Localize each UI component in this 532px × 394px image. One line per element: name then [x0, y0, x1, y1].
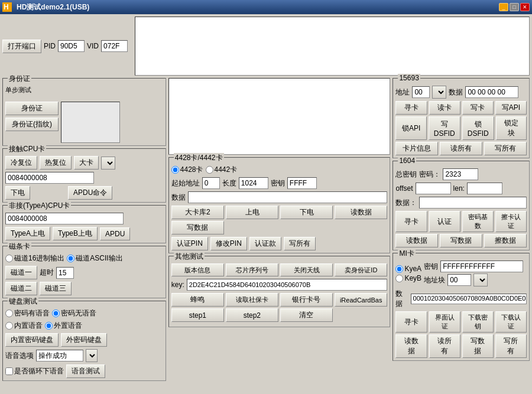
addr-select[interactable] [432, 86, 446, 99]
cipher-input[interactable] [287, 177, 317, 189]
cipher-no-tone-radio[interactable] [52, 310, 60, 317]
1604-write-button[interactable]: 写数据 [440, 234, 482, 248]
verify-pin-button[interactable]: 认证PIN [171, 237, 208, 250]
lang-success-input[interactable] [36, 350, 83, 362]
cipher-no-tone-label[interactable]: 密码无语音 [52, 308, 96, 318]
addr-input[interactable] [412, 86, 430, 98]
track3-button[interactable]: 磁道三 [40, 282, 72, 295]
power-on-button[interactable]: 下电 [5, 186, 30, 200]
external-tone-label[interactable]: 外置语音 [45, 321, 82, 331]
key-b-label[interactable]: KeyB [395, 274, 421, 282]
lock-block-button[interactable]: 锁定块 [496, 116, 527, 140]
mi-auth-button[interactable]: 界面认证 [429, 311, 460, 333]
step1-button[interactable]: step1 [171, 308, 224, 322]
big-card-button[interactable]: 大卡 [74, 156, 99, 170]
minimize-button[interactable]: _ [499, 3, 508, 11]
builtin-tone-radio[interactable] [5, 322, 13, 330]
center-log-display[interactable] [168, 78, 391, 155]
typea-addr-input[interactable] [5, 213, 124, 224]
lock-dsfid-button[interactable]: 锁DSFID [462, 116, 494, 140]
card4442-radio[interactable] [206, 166, 213, 174]
write-dsfid-button[interactable]: 写DSFID [429, 116, 460, 140]
apdu-button[interactable]: APDU [100, 227, 130, 240]
hex-out-radio[interactable] [5, 255, 13, 262]
close-button[interactable]: ✕ [520, 3, 530, 11]
card4442-label[interactable]: 4442卡 [206, 165, 238, 175]
external-cipher-button[interactable]: 外密码键盘 [61, 333, 107, 347]
data-input[interactable] [465, 86, 518, 98]
load-card2-button[interactable]: 大卡库2 [171, 206, 224, 219]
mi-block-select[interactable] [473, 273, 488, 286]
vid-input[interactable] [101, 40, 128, 52]
track2-button[interactable]: 磁道二 [5, 282, 37, 295]
modify-pin-button[interactable]: 修改PIN [210, 237, 247, 250]
hex-out-label[interactable]: 磁道16进制输出 [5, 253, 64, 263]
read-all-button[interactable]: 读所有 [440, 142, 482, 155]
id-card-button[interactable]: 身份证 [5, 102, 59, 115]
builtin-cipher-button[interactable]: 内置密码键盘 [5, 333, 59, 347]
mi-write-all-button[interactable]: 写所有 [495, 334, 527, 358]
maximize-button[interactable]: □ [510, 3, 519, 11]
big-card-select[interactable] [101, 157, 115, 170]
key-a-label[interactable]: KyeA [395, 265, 421, 273]
loop-check-label[interactable]: 是否循环下语音 [5, 366, 64, 376]
mi-cipher-input[interactable] [440, 261, 523, 272]
cpu-addr-input[interactable] [5, 172, 94, 184]
card4428-power-on-button[interactable]: 上电 [226, 206, 278, 219]
cipher-tone-radio[interactable] [5, 310, 13, 317]
start-addr-input[interactable] [202, 177, 220, 189]
offset-input[interactable] [416, 183, 451, 194]
mi-download-auth-button[interactable]: 下载认证 [495, 311, 527, 333]
version-button[interactable]: 版本信息 [171, 263, 224, 276]
external-tone-radio[interactable] [45, 322, 53, 330]
bank-card-button[interactable]: 银行卡号 [280, 293, 333, 307]
timeout-input[interactable] [56, 267, 74, 279]
1604-read-button[interactable]: 读数据 [395, 234, 438, 248]
voice-test-button[interactable]: 语音测试 [66, 364, 105, 378]
card4428-data-input[interactable] [188, 191, 388, 203]
hot-reset-button[interactable]: 热复位 [40, 156, 72, 170]
apdu-cmd-button[interactable]: APDU命令 [68, 186, 112, 200]
cipher-tone-label[interactable]: 密码有语音 [5, 308, 50, 318]
card4428-radio[interactable] [171, 166, 179, 174]
card4428-power-off-button[interactable]: 下电 [280, 206, 333, 219]
ascii-out-radio[interactable] [67, 255, 74, 262]
15693-write-button[interactable]: 写卡 [462, 101, 494, 115]
1604-erase-button[interactable]: 擦数据 [484, 234, 527, 248]
1604-auth-button[interactable]: 认证 [429, 211, 460, 232]
builtin-tone-label[interactable]: 内置语音 [5, 321, 43, 331]
pid-input[interactable] [58, 40, 85, 52]
1604-cipher-input[interactable] [443, 168, 478, 180]
ascii-out-label[interactable]: 磁道ASCII输出 [67, 253, 122, 263]
key-a-radio[interactable] [395, 265, 403, 273]
buzzer-button[interactable]: 蜂鸣 [171, 293, 224, 307]
write-all-button[interactable]: 写所有 [284, 237, 316, 250]
mi-read-button[interactable]: 读数据 [395, 334, 427, 358]
open-port-button[interactable]: 打开端口 [2, 40, 41, 53]
1604-seek-button[interactable]: 寻卡 [395, 211, 427, 232]
mi-block-input[interactable] [447, 274, 471, 286]
read-social-button[interactable]: 读取社保卡 [226, 293, 278, 307]
track1-button[interactable]: 磁道一 [5, 266, 37, 279]
chip-serial-button[interactable]: 芯片序列号 [226, 263, 278, 276]
mi-write-button[interactable]: 写数据 [462, 334, 494, 358]
id-fingerprint-button[interactable]: 身份证(指纹) [5, 118, 59, 131]
i-read-card-bas-button[interactable]: iReadCardBas [335, 293, 388, 307]
lock-api-button[interactable]: 锁API [395, 116, 426, 140]
1604-len-input[interactable] [467, 183, 502, 194]
key-input[interactable] [187, 279, 388, 291]
key-b-radio[interactable] [395, 275, 403, 282]
mi-seek-button[interactable]: 寻卡 [395, 311, 427, 333]
typea-up-button[interactable]: TypeA上电 [5, 227, 50, 240]
cold-reset-button[interactable]: 冷复位 [5, 156, 37, 170]
card4428-read-button[interactable]: 读数据 [335, 206, 387, 219]
typeb-up-button[interactable]: TypeB上电 [53, 227, 98, 240]
card4428-label[interactable]: 4428卡 [171, 165, 203, 175]
lang-select[interactable] [86, 349, 98, 362]
15693-seek-button[interactable]: 寻卡 [395, 101, 427, 115]
card-info-button[interactable]: 卡片信息 [395, 142, 438, 155]
loop-checkbox[interactable] [5, 367, 13, 375]
1604-cipher-base-button[interactable]: 密码基数 [462, 211, 494, 232]
1604-data-input[interactable] [419, 197, 527, 209]
mi-download-cipher-button[interactable]: 下载密钥 [462, 311, 494, 333]
